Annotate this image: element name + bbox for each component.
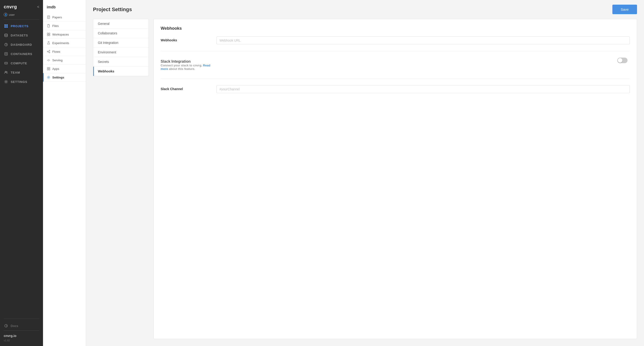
- svg-rect-26: [49, 67, 50, 68]
- svg-rect-0: [4, 24, 6, 26]
- sidebar-header: cnvrg <: [0, 0, 43, 12]
- project-nav-settings[interactable]: Settings: [43, 73, 86, 82]
- slack-channel-row: Slack Channel: [161, 85, 630, 93]
- settings-subnav-collaborators[interactable]: Collaborators: [93, 28, 148, 38]
- sidebar-item-settings-label: SETTINGS: [11, 80, 27, 84]
- slack-channel-control: [216, 85, 630, 93]
- serving-icon: [47, 58, 50, 62]
- project-nav-papers[interactable]: Papers: [43, 13, 86, 22]
- svg-rect-1: [6, 24, 8, 26]
- slack-desc-text: Connect your slack to cnvrg.: [161, 64, 202, 67]
- project-nav-workspaces[interactable]: Workspaces: [43, 30, 86, 39]
- sidebar-item-compute[interactable]: COMPUTE: [0, 58, 43, 68]
- sidebar-divider-bottom: [4, 319, 39, 319]
- slack-channel-input[interactable]: [216, 85, 630, 93]
- svg-point-13: [6, 81, 7, 82]
- slack-description: Connect your slack to cnvrg. Read more a…: [161, 64, 216, 71]
- project-sidebar: imdb Papers Files Workspac: [43, 0, 86, 346]
- sidebar-item-projects-label: PROJECTS: [11, 24, 28, 28]
- svg-point-23: [49, 52, 50, 53]
- sidebar-item-containers[interactable]: CONTAINERS: [0, 49, 43, 58]
- project-nav-papers-label: Papers: [52, 15, 62, 19]
- containers-icon: [4, 52, 8, 56]
- project-nav-files[interactable]: Files: [43, 22, 86, 30]
- svg-rect-25: [47, 67, 48, 68]
- project-nav-flows[interactable]: Flows: [43, 47, 86, 56]
- svg-rect-28: [49, 69, 50, 70]
- sidebar-item-settings[interactable]: SETTINGS: [0, 77, 43, 86]
- project-nav-files-label: Files: [52, 24, 58, 28]
- settings-subnav-git-integration[interactable]: Git Integration: [93, 38, 148, 48]
- project-nav-apps[interactable]: Apps: [43, 65, 86, 73]
- compute-icon: [4, 61, 8, 65]
- svg-rect-18: [49, 33, 50, 34]
- slack-integration-section: Slack Integration Connect your slack to …: [161, 58, 216, 72]
- slack-integration-row: Slack Integration Connect your slack to …: [161, 58, 630, 79]
- svg-point-24: [48, 61, 49, 61]
- svg-rect-3: [6, 26, 8, 28]
- version-label: v1.82: [0, 339, 43, 342]
- experiments-icon: [47, 41, 50, 45]
- project-nav-experiments[interactable]: Experiments: [43, 39, 86, 47]
- settings-nav-icon: [47, 75, 50, 79]
- webhooks-row: Webhooks: [161, 36, 630, 51]
- main-header: Project Settings Save: [86, 0, 644, 16]
- user-display: 👤 user: [0, 12, 43, 19]
- project-nav-serving[interactable]: Serving: [43, 56, 86, 65]
- settings-subnav-environment[interactable]: Environment: [93, 48, 148, 57]
- project-nav-workspaces-label: Workspaces: [52, 33, 69, 36]
- docs-label: Docs: [11, 324, 18, 328]
- slack-title: Slack Integration: [161, 59, 216, 64]
- svg-point-29: [48, 77, 49, 78]
- project-nav-experiments-label: Experiments: [52, 41, 69, 45]
- svg-point-22: [49, 50, 50, 51]
- app-logo: cnvrg: [4, 4, 17, 9]
- sidebar-item-containers-label: CONTAINERS: [11, 52, 32, 56]
- save-button[interactable]: Save: [612, 5, 637, 14]
- svg-rect-17: [47, 33, 48, 34]
- svg-point-10: [6, 63, 7, 63]
- files-icon: [47, 24, 50, 28]
- webhooks-section-title: Webhooks: [161, 26, 630, 31]
- svg-point-8: [5, 63, 6, 63]
- projects-icon: [4, 24, 8, 28]
- sidebar-item-projects[interactable]: PROJECTS: [0, 21, 43, 31]
- slack-toggle[interactable]: [617, 58, 628, 63]
- sidebar-item-dashboard-label: DASHBOARD: [11, 43, 32, 46]
- svg-rect-27: [47, 69, 48, 70]
- svg-point-9: [6, 63, 6, 63]
- settings-subnav-general[interactable]: General: [93, 19, 148, 28]
- webhooks-control: [216, 36, 630, 44]
- apps-icon: [47, 67, 50, 71]
- project-name: imdb: [43, 2, 86, 13]
- sidebar-divider-cnvrg: [4, 331, 39, 331]
- slack-toggle-container: [216, 58, 630, 63]
- flows-icon: [47, 50, 50, 53]
- sidebar: cnvrg < 👤 user PROJECTS DATASETS: [0, 0, 43, 346]
- svg-point-12: [6, 71, 7, 72]
- user-name: user: [9, 13, 15, 16]
- docs-link[interactable]: ? Docs: [0, 321, 43, 331]
- slack-channel-label: Slack Channel: [161, 85, 216, 91]
- settings-subnav-secrets[interactable]: Secrets: [93, 57, 148, 67]
- sidebar-footer: ? Docs cnvrg.io v1.82: [0, 319, 43, 346]
- collapse-button[interactable]: <: [37, 5, 39, 9]
- slack-toggle-knob: [618, 58, 622, 63]
- webhook-url-input[interactable]: [216, 36, 630, 44]
- sidebar-item-datasets[interactable]: DATASETS: [0, 31, 43, 40]
- settings-subnav-webhooks[interactable]: Webhooks: [93, 67, 148, 76]
- dashboard-icon: [4, 42, 8, 47]
- papers-icon: [47, 15, 50, 19]
- svg-rect-19: [47, 35, 48, 36]
- sidebar-item-compute-label: COMPUTE: [11, 62, 27, 65]
- svg-point-4: [5, 34, 8, 35]
- user-icon: 👤: [4, 13, 8, 16]
- settings-panel: Webhooks Webhooks Slack Integration Conn…: [154, 19, 637, 339]
- svg-rect-2: [4, 26, 6, 28]
- project-nav-settings-label: Settings: [52, 76, 64, 79]
- content-area: General Collaborators Git Integration En…: [86, 16, 644, 346]
- sidebar-item-team[interactable]: TEAM: [0, 68, 43, 77]
- project-nav-flows-label: Flows: [52, 50, 60, 53]
- sidebar-item-dashboard[interactable]: DASHBOARD: [0, 40, 43, 49]
- sidebar-divider-top: [4, 19, 39, 19]
